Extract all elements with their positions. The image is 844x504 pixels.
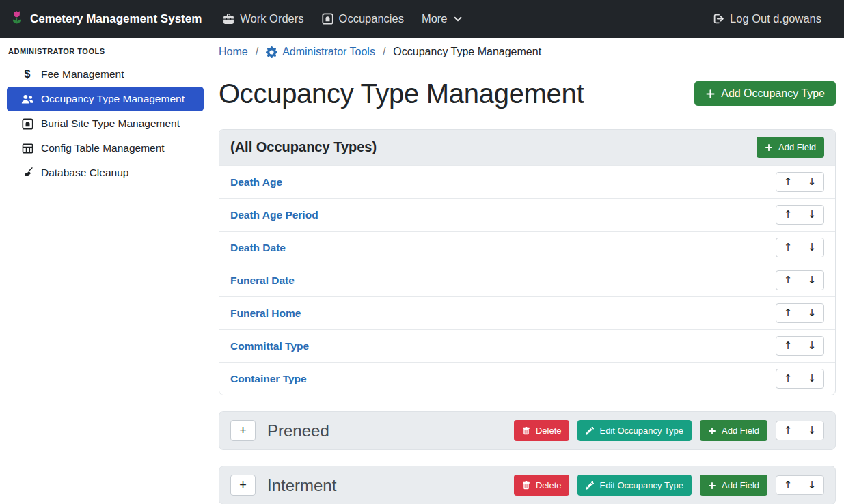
reorder-controls: ↑ ↓: [776, 205, 824, 225]
sidebar-item-config-table-management[interactable]: Config Table Management: [7, 136, 204, 160]
expand-button[interactable]: +: [230, 420, 256, 441]
tulip-logo-icon: [10, 10, 24, 28]
main-content: Home / Administrator Tools / Occupancy T…: [210, 38, 844, 504]
move-up-button[interactable]: ↑: [776, 369, 800, 389]
reorder-controls: ↑ ↓: [776, 238, 824, 257]
brand[interactable]: Cemetery Management System: [10, 10, 202, 28]
move-up-button[interactable]: ↑: [776, 172, 800, 192]
move-up-button[interactable]: ↑: [776, 421, 800, 440]
logout-icon: [713, 13, 724, 25]
dollar-icon: $: [20, 68, 35, 81]
reorder-controls: ↑ ↓: [776, 270, 824, 290]
add-field-button[interactable]: Add Field: [700, 475, 767, 496]
logout-label: Log Out d.gowans: [730, 12, 821, 25]
reorder-controls: ↑ ↓: [776, 336, 824, 356]
breadcrumb-separator: /: [383, 46, 385, 58]
field-link[interactable]: Funeral Home: [230, 307, 301, 320]
move-down-button[interactable]: ↓: [800, 475, 824, 495]
move-up-button[interactable]: ↑: [776, 238, 800, 257]
reorder-controls: ↑ ↓: [776, 369, 824, 389]
move-down-button[interactable]: ↓: [800, 303, 824, 323]
sidebar-item-label: Database Cleanup: [41, 167, 128, 179]
chevron-down-icon: [453, 14, 463, 24]
reorder-controls: ↑ ↓: [776, 172, 824, 192]
trash-icon: [522, 427, 530, 435]
add-field-button[interactable]: Add Field: [700, 420, 767, 441]
edit-occupancy-type-label: Edit Occupancy Type: [599, 480, 683, 490]
field-link[interactable]: Death Age Period: [230, 209, 318, 221]
field-row: Death Age ↑ ↓: [219, 165, 835, 198]
edit-occupancy-type-button[interactable]: Edit Occupancy Type: [577, 475, 692, 496]
sidebar-item-fee-management[interactable]: $ Fee Management: [7, 62, 204, 87]
sidebar: ADMINISTRATOR TOOLS $ Fee Management Occ…: [0, 38, 210, 504]
move-up-button[interactable]: ↑: [776, 336, 800, 356]
toolbox-icon: [223, 13, 234, 25]
move-down-button[interactable]: ↓: [800, 172, 824, 192]
field-link[interactable]: Committal Type: [230, 340, 309, 352]
add-field-label: Add Field: [778, 142, 816, 152]
add-field-label: Add Field: [722, 425, 759, 436]
occupancy-type-section-preneed: + Preneed Delete Edit Occupancy Type: [219, 411, 836, 450]
sidebar-item-label: Occupancy Type Management: [41, 93, 185, 105]
tombstone-icon: [20, 118, 35, 130]
brand-title: Cemetery Management System: [30, 12, 202, 26]
breadcrumb-administrator-tools[interactable]: Administrator Tools: [266, 46, 375, 58]
page-header: Occupancy Type Management Add Occupancy …: [219, 77, 836, 110]
move-up-button[interactable]: ↑: [776, 303, 800, 323]
delete-button[interactable]: Delete: [514, 420, 570, 441]
sidebar-item-label: Burial Site Type Management: [41, 117, 180, 130]
breadcrumb: Home / Administrator Tools / Occupancy T…: [219, 42, 836, 58]
field-row: Death Age Period ↑ ↓: [219, 198, 835, 231]
add-field-button[interactable]: Add Field: [757, 137, 824, 158]
field-link[interactable]: Death Age: [230, 176, 282, 188]
move-down-button[interactable]: ↓: [800, 336, 824, 356]
expand-button[interactable]: +: [230, 475, 256, 496]
breadcrumb-current: Occupancy Type Management: [393, 46, 541, 58]
sidebar-item-burial-site-type-management[interactable]: Burial Site Type Management: [7, 111, 204, 136]
pencil-icon: [586, 427, 594, 435]
breadcrumb-admin-tools-label: Administrator Tools: [282, 46, 375, 58]
add-occupancy-type-button[interactable]: Add Occupancy Type: [694, 81, 836, 106]
sidebar-item-label: Config Table Management: [41, 142, 165, 154]
sidebar-item-database-cleanup[interactable]: Database Cleanup: [7, 160, 204, 185]
move-down-button[interactable]: ↓: [800, 421, 824, 440]
move-up-button[interactable]: ↑: [776, 205, 800, 225]
reorder-controls: ↑ ↓: [776, 421, 824, 440]
field-link[interactable]: Death Date: [230, 242, 286, 254]
section-actions: Delete Edit Occupancy Type Add Field: [514, 475, 824, 496]
field-row: Funeral Date ↑ ↓: [219, 264, 835, 296]
nav-occupancies-label: Occupancies: [339, 12, 404, 25]
field-link[interactable]: Container Type: [230, 373, 307, 385]
page-title: Occupancy Type Management: [219, 77, 584, 110]
delete-button[interactable]: Delete: [514, 475, 570, 496]
logout-button[interactable]: Log Out d.gowans: [704, 7, 830, 31]
move-down-button[interactable]: ↓: [800, 270, 824, 290]
nav-work-orders[interactable]: Work Orders: [214, 7, 312, 31]
move-up-button[interactable]: ↑: [776, 475, 800, 495]
nav-more[interactable]: More: [413, 7, 472, 31]
sidebar-item-label: Fee Management: [41, 68, 124, 81]
occupancy-type-title: Interment: [267, 476, 336, 495]
sidebar-item-occupancy-type-management[interactable]: Occupancy Type Management: [7, 87, 204, 111]
field-row: Death Date ↑ ↓: [219, 231, 835, 264]
sidebar-heading: ADMINISTRATOR TOOLS: [7, 43, 204, 62]
plus-icon: [705, 89, 716, 99]
pencil-icon: [586, 481, 594, 490]
edit-occupancy-type-button[interactable]: Edit Occupancy Type: [577, 420, 692, 441]
delete-label: Delete: [536, 425, 562, 436]
move-down-button[interactable]: ↓: [800, 205, 824, 225]
move-down-button[interactable]: ↓: [800, 369, 824, 389]
breadcrumb-separator: /: [256, 46, 258, 58]
users-icon: [20, 94, 35, 104]
move-up-button[interactable]: ↑: [776, 270, 800, 290]
breadcrumb-home[interactable]: Home: [219, 46, 248, 58]
edit-occupancy-type-label: Edit Occupancy Type: [599, 425, 683, 436]
field-row: Container Type ↑ ↓: [219, 362, 835, 395]
field-row: Funeral Home ↑ ↓: [219, 296, 835, 329]
main-nav: Work Orders Occupancies More: [214, 7, 471, 31]
table-icon: [20, 143, 35, 154]
nav-occupancies[interactable]: Occupancies: [313, 7, 413, 31]
plus-icon: [708, 427, 716, 435]
move-down-button[interactable]: ↓: [800, 238, 824, 257]
field-link[interactable]: Funeral Date: [230, 275, 295, 287]
